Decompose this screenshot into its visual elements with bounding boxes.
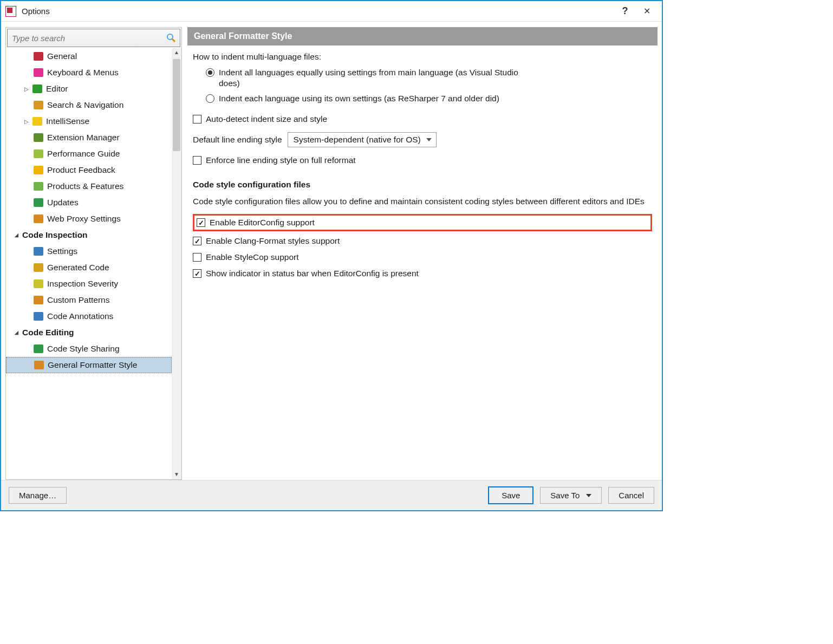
checkbox-label: Enable Clang-Format styles support xyxy=(206,236,340,246)
tree-item-label: Products & Features xyxy=(47,181,123,191)
tree-item-icon xyxy=(33,295,44,305)
checkbox-icon xyxy=(193,269,201,278)
checkbox-icon xyxy=(193,115,201,123)
tree-item[interactable]: Extension Manager xyxy=(6,129,172,146)
tree-item[interactable]: General Formatter Style xyxy=(6,357,172,373)
checkbox-icon xyxy=(193,253,201,262)
checkbox-label: Enable StyleCop support xyxy=(206,252,298,262)
tree-item[interactable]: Generated Code xyxy=(6,259,172,276)
tree-item-icon xyxy=(33,165,44,175)
check-enable-editorconfig[interactable]: Enable EditorConfig support xyxy=(197,218,315,227)
tree-item-icon xyxy=(33,51,44,62)
tree-section[interactable]: ◢Code Editing xyxy=(6,324,172,341)
save-button[interactable]: Save xyxy=(488,486,533,504)
checkbox-label: Show indicator in status bar when Editor… xyxy=(206,269,419,278)
tree-item-icon xyxy=(32,83,43,94)
search-input[interactable] xyxy=(11,33,166,43)
radio-indent-own[interactable]: Indent each language using its own setti… xyxy=(206,93,652,104)
titlebar: Options ? ✕ xyxy=(1,1,662,22)
checkbox-label: Auto-detect indent size and style xyxy=(206,114,327,124)
check-show-indicator[interactable]: Show indicator in status bar when Editor… xyxy=(193,269,652,278)
svg-line-1 xyxy=(172,39,175,42)
radio-label: Indent all languages equally using setti… xyxy=(219,67,533,89)
tree-item-icon xyxy=(33,197,44,208)
manage-button[interactable]: Manage… xyxy=(9,487,67,504)
cancel-button[interactable]: Cancel xyxy=(608,487,654,504)
radio-indent-equal[interactable]: Indent all languages equally using setti… xyxy=(206,67,652,89)
tree-item-label: Web Proxy Settings xyxy=(47,214,121,224)
tree-section-label: Code Inspection xyxy=(22,230,88,240)
expander-icon: ▷ xyxy=(24,86,32,92)
tree-item[interactable]: Code Annotations xyxy=(6,308,172,324)
scroll-thumb[interactable] xyxy=(173,59,180,151)
resharper-icon xyxy=(5,6,16,17)
checkbox-label: Enforce line ending style on full reform… xyxy=(206,155,356,165)
config-files-header: Code style configuration files xyxy=(193,180,652,190)
tree-item-label: Settings xyxy=(47,246,77,256)
tree-item-icon xyxy=(33,213,44,224)
check-enable-stylecop[interactable]: Enable StyleCop support xyxy=(193,252,652,262)
tree-item-icon xyxy=(33,311,44,322)
check-enforce-line-ending[interactable]: Enforce line ending style on full reform… xyxy=(193,155,652,165)
tree-item[interactable]: ▷Editor xyxy=(6,81,172,97)
tree-item-label: Code Annotations xyxy=(47,311,113,321)
expander-icon: ◢ xyxy=(15,330,22,335)
tree-item-icon xyxy=(33,246,44,257)
tree-item[interactable]: Product Feedback xyxy=(6,162,172,178)
panel-header: General Formatter Style xyxy=(187,27,658,45)
tree-item-label: General xyxy=(47,51,77,61)
expander-icon: ◢ xyxy=(15,232,22,238)
scroll-down-icon[interactable]: ▼ xyxy=(174,470,179,478)
tree-item[interactable]: Performance Guide xyxy=(6,146,172,162)
tree-item[interactable]: Code Style Sharing xyxy=(6,341,172,357)
tree-item-label: Performance Guide xyxy=(47,149,120,159)
radio-icon xyxy=(206,94,214,103)
tree-section[interactable]: ◢Code Inspection xyxy=(6,227,172,243)
dialog-footer: Manage… Save Save To Cancel xyxy=(1,480,662,510)
radio-icon xyxy=(206,68,214,77)
tree-item-label: General Formatter Style xyxy=(48,360,137,370)
check-enable-clang[interactable]: Enable Clang-Format styles support xyxy=(193,236,652,246)
tree-item[interactable]: Inspection Severity xyxy=(6,276,172,292)
tree-item-icon xyxy=(33,278,44,289)
tree-item-icon xyxy=(33,132,44,143)
tree-item-label: Code Style Sharing xyxy=(47,344,120,354)
help-button[interactable]: ? xyxy=(614,3,636,19)
tree-item[interactable]: Web Proxy Settings xyxy=(6,211,172,227)
tree-item-icon xyxy=(33,148,44,159)
save-to-button[interactable]: Save To xyxy=(540,487,602,504)
checkbox-icon xyxy=(193,156,201,165)
config-files-desc: Code style configuration files allow you… xyxy=(193,196,652,207)
indent-label: How to indent multi-language files: xyxy=(193,52,652,62)
tree-item[interactable]: General xyxy=(6,48,172,64)
check-auto-detect[interactable]: Auto-detect indent size and style xyxy=(193,114,652,124)
left-panel: GeneralKeyboard & Menus▷EditorSearch & N… xyxy=(5,27,182,480)
scroll-up-icon[interactable]: ▲ xyxy=(174,48,179,56)
radio-label: Indent each language using its own setti… xyxy=(219,93,499,104)
line-ending-select[interactable]: System-dependent (native for OS) xyxy=(288,132,437,147)
highlight-editorconfig: Enable EditorConfig support xyxy=(193,214,652,231)
save-to-label: Save To xyxy=(550,491,580,500)
tree-item-label: IntelliSense xyxy=(46,116,89,126)
tree-item-label: Extension Manager xyxy=(47,133,120,142)
search-box[interactable] xyxy=(7,29,180,47)
close-button[interactable]: ✕ xyxy=(636,3,658,19)
line-ending-label: Default line ending style xyxy=(193,135,282,145)
options-tree: GeneralKeyboard & Menus▷EditorSearch & N… xyxy=(6,48,181,479)
select-value: System-dependent (native for OS) xyxy=(294,135,421,144)
tree-item[interactable]: Search & Navigation xyxy=(6,97,172,113)
tree-item[interactable]: Products & Features xyxy=(6,178,172,194)
window-title: Options xyxy=(22,6,50,16)
tree-item[interactable]: Custom Patterns xyxy=(6,292,172,308)
options-dialog: Options ? ✕ GeneralKeyboard & Menus▷Edit… xyxy=(0,0,663,511)
tree-scrollbar[interactable]: ▲ ▼ xyxy=(172,48,181,479)
tree-item-icon xyxy=(33,343,44,354)
checkbox-icon xyxy=(193,237,201,245)
tree-item[interactable]: Settings xyxy=(6,243,172,259)
right-panel: General Formatter Style How to indent mu… xyxy=(187,27,658,480)
tree-item[interactable]: Updates xyxy=(6,194,172,211)
tree-item[interactable]: ▷IntelliSense xyxy=(6,113,172,129)
tree-section-label: Code Editing xyxy=(22,328,74,337)
tree-item[interactable]: Keyboard & Menus xyxy=(6,64,172,81)
tree-item-icon xyxy=(34,360,44,370)
